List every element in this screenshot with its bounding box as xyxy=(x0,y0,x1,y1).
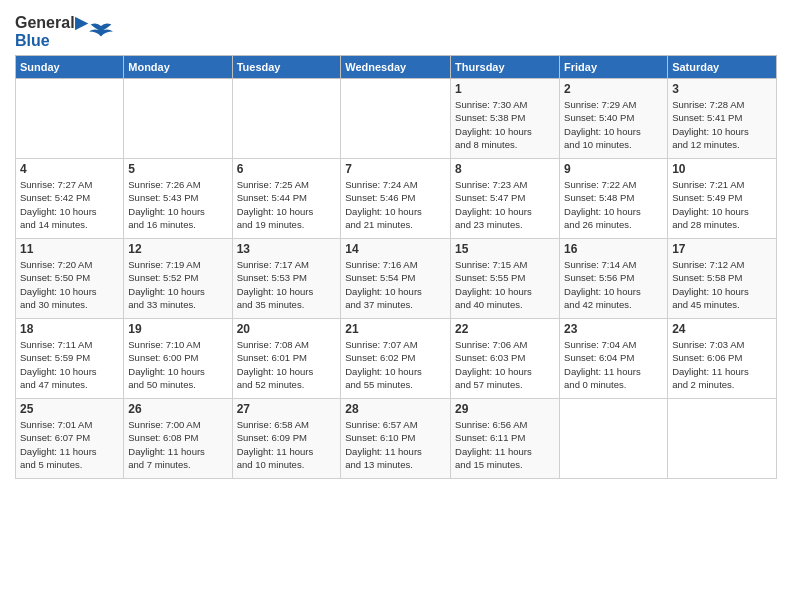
calendar-cell: 15Sunrise: 7:15 AM Sunset: 5:55 PM Dayli… xyxy=(451,239,560,319)
day-info: Sunrise: 7:11 AM Sunset: 5:59 PM Dayligh… xyxy=(20,338,119,391)
day-info: Sunrise: 7:19 AM Sunset: 5:52 PM Dayligh… xyxy=(128,258,227,311)
column-header-monday: Monday xyxy=(124,56,232,79)
column-header-saturday: Saturday xyxy=(668,56,777,79)
day-number: 9 xyxy=(564,162,663,176)
header: General▶ Blue xyxy=(15,10,777,49)
calendar-cell: 26Sunrise: 7:00 AM Sunset: 6:08 PM Dayli… xyxy=(124,399,232,479)
day-info: Sunrise: 7:29 AM Sunset: 5:40 PM Dayligh… xyxy=(564,98,663,151)
day-info: Sunrise: 7:07 AM Sunset: 6:02 PM Dayligh… xyxy=(345,338,446,391)
day-number: 27 xyxy=(237,402,337,416)
calendar-cell: 19Sunrise: 7:10 AM Sunset: 6:00 PM Dayli… xyxy=(124,319,232,399)
calendar-cell: 5Sunrise: 7:26 AM Sunset: 5:43 PM Daylig… xyxy=(124,159,232,239)
day-info: Sunrise: 7:21 AM Sunset: 5:49 PM Dayligh… xyxy=(672,178,772,231)
day-number: 2 xyxy=(564,82,663,96)
week-row-1: 1Sunrise: 7:30 AM Sunset: 5:38 PM Daylig… xyxy=(16,79,777,159)
calendar-cell: 24Sunrise: 7:03 AM Sunset: 6:06 PM Dayli… xyxy=(668,319,777,399)
day-info: Sunrise: 7:26 AM Sunset: 5:43 PM Dayligh… xyxy=(128,178,227,231)
calendar-table: SundayMondayTuesdayWednesdayThursdayFrid… xyxy=(15,55,777,479)
calendar-cell: 7Sunrise: 7:24 AM Sunset: 5:46 PM Daylig… xyxy=(341,159,451,239)
calendar-cell: 4Sunrise: 7:27 AM Sunset: 5:42 PM Daylig… xyxy=(16,159,124,239)
calendar-cell: 25Sunrise: 7:01 AM Sunset: 6:07 PM Dayli… xyxy=(16,399,124,479)
day-number: 22 xyxy=(455,322,555,336)
day-info: Sunrise: 7:08 AM Sunset: 6:01 PM Dayligh… xyxy=(237,338,337,391)
calendar-cell: 3Sunrise: 7:28 AM Sunset: 5:41 PM Daylig… xyxy=(668,79,777,159)
calendar-cell: 12Sunrise: 7:19 AM Sunset: 5:52 PM Dayli… xyxy=(124,239,232,319)
day-number: 18 xyxy=(20,322,119,336)
day-info: Sunrise: 7:15 AM Sunset: 5:55 PM Dayligh… xyxy=(455,258,555,311)
column-header-thursday: Thursday xyxy=(451,56,560,79)
column-header-tuesday: Tuesday xyxy=(232,56,341,79)
calendar-cell xyxy=(341,79,451,159)
calendar-cell: 27Sunrise: 6:58 AM Sunset: 6:09 PM Dayli… xyxy=(232,399,341,479)
day-info: Sunrise: 7:06 AM Sunset: 6:03 PM Dayligh… xyxy=(455,338,555,391)
calendar-cell: 18Sunrise: 7:11 AM Sunset: 5:59 PM Dayli… xyxy=(16,319,124,399)
day-number: 15 xyxy=(455,242,555,256)
day-info: Sunrise: 7:10 AM Sunset: 6:00 PM Dayligh… xyxy=(128,338,227,391)
day-info: Sunrise: 7:23 AM Sunset: 5:47 PM Dayligh… xyxy=(455,178,555,231)
day-info: Sunrise: 6:56 AM Sunset: 6:11 PM Dayligh… xyxy=(455,418,555,471)
day-info: Sunrise: 7:30 AM Sunset: 5:38 PM Dayligh… xyxy=(455,98,555,151)
day-number: 6 xyxy=(237,162,337,176)
logo: General▶ Blue xyxy=(15,14,113,49)
column-header-wednesday: Wednesday xyxy=(341,56,451,79)
day-number: 5 xyxy=(128,162,227,176)
day-info: Sunrise: 7:22 AM Sunset: 5:48 PM Dayligh… xyxy=(564,178,663,231)
calendar-cell: 28Sunrise: 6:57 AM Sunset: 6:10 PM Dayli… xyxy=(341,399,451,479)
calendar-cell: 29Sunrise: 6:56 AM Sunset: 6:11 PM Dayli… xyxy=(451,399,560,479)
column-header-friday: Friday xyxy=(560,56,668,79)
calendar-cell: 9Sunrise: 7:22 AM Sunset: 5:48 PM Daylig… xyxy=(560,159,668,239)
day-number: 13 xyxy=(237,242,337,256)
day-info: Sunrise: 7:25 AM Sunset: 5:44 PM Dayligh… xyxy=(237,178,337,231)
week-row-2: 4Sunrise: 7:27 AM Sunset: 5:42 PM Daylig… xyxy=(16,159,777,239)
day-info: Sunrise: 7:16 AM Sunset: 5:54 PM Dayligh… xyxy=(345,258,446,311)
day-number: 24 xyxy=(672,322,772,336)
calendar-cell xyxy=(668,399,777,479)
calendar-cell: 2Sunrise: 7:29 AM Sunset: 5:40 PM Daylig… xyxy=(560,79,668,159)
day-number: 10 xyxy=(672,162,772,176)
calendar-cell xyxy=(124,79,232,159)
header-row: SundayMondayTuesdayWednesdayThursdayFrid… xyxy=(16,56,777,79)
calendar-cell: 8Sunrise: 7:23 AM Sunset: 5:47 PM Daylig… xyxy=(451,159,560,239)
calendar-cell: 1Sunrise: 7:30 AM Sunset: 5:38 PM Daylig… xyxy=(451,79,560,159)
calendar-cell: 13Sunrise: 7:17 AM Sunset: 5:53 PM Dayli… xyxy=(232,239,341,319)
day-info: Sunrise: 6:58 AM Sunset: 6:09 PM Dayligh… xyxy=(237,418,337,471)
calendar-cell xyxy=(232,79,341,159)
day-info: Sunrise: 7:14 AM Sunset: 5:56 PM Dayligh… xyxy=(564,258,663,311)
day-info: Sunrise: 7:00 AM Sunset: 6:08 PM Dayligh… xyxy=(128,418,227,471)
day-number: 17 xyxy=(672,242,772,256)
day-number: 1 xyxy=(455,82,555,96)
calendar-cell: 20Sunrise: 7:08 AM Sunset: 6:01 PM Dayli… xyxy=(232,319,341,399)
day-number: 11 xyxy=(20,242,119,256)
day-info: Sunrise: 7:04 AM Sunset: 6:04 PM Dayligh… xyxy=(564,338,663,391)
calendar-cell: 14Sunrise: 7:16 AM Sunset: 5:54 PM Dayli… xyxy=(341,239,451,319)
column-header-sunday: Sunday xyxy=(16,56,124,79)
day-number: 26 xyxy=(128,402,227,416)
main-container: General▶ Blue SundayMondayTuesdayWednesd… xyxy=(0,0,792,489)
day-number: 25 xyxy=(20,402,119,416)
day-info: Sunrise: 7:20 AM Sunset: 5:50 PM Dayligh… xyxy=(20,258,119,311)
day-info: Sunrise: 7:17 AM Sunset: 5:53 PM Dayligh… xyxy=(237,258,337,311)
day-info: Sunrise: 6:57 AM Sunset: 6:10 PM Dayligh… xyxy=(345,418,446,471)
day-number: 3 xyxy=(672,82,772,96)
day-number: 28 xyxy=(345,402,446,416)
day-info: Sunrise: 7:27 AM Sunset: 5:42 PM Dayligh… xyxy=(20,178,119,231)
calendar-cell: 22Sunrise: 7:06 AM Sunset: 6:03 PM Dayli… xyxy=(451,319,560,399)
day-number: 12 xyxy=(128,242,227,256)
day-number: 19 xyxy=(128,322,227,336)
day-number: 16 xyxy=(564,242,663,256)
calendar-cell: 17Sunrise: 7:12 AM Sunset: 5:58 PM Dayli… xyxy=(668,239,777,319)
week-row-3: 11Sunrise: 7:20 AM Sunset: 5:50 PM Dayli… xyxy=(16,239,777,319)
day-number: 21 xyxy=(345,322,446,336)
day-number: 23 xyxy=(564,322,663,336)
day-number: 4 xyxy=(20,162,119,176)
calendar-cell: 16Sunrise: 7:14 AM Sunset: 5:56 PM Dayli… xyxy=(560,239,668,319)
week-row-4: 18Sunrise: 7:11 AM Sunset: 5:59 PM Dayli… xyxy=(16,319,777,399)
day-info: Sunrise: 7:03 AM Sunset: 6:06 PM Dayligh… xyxy=(672,338,772,391)
day-number: 14 xyxy=(345,242,446,256)
day-info: Sunrise: 7:12 AM Sunset: 5:58 PM Dayligh… xyxy=(672,258,772,311)
day-number: 8 xyxy=(455,162,555,176)
calendar-cell xyxy=(16,79,124,159)
day-info: Sunrise: 7:28 AM Sunset: 5:41 PM Dayligh… xyxy=(672,98,772,151)
day-number: 20 xyxy=(237,322,337,336)
calendar-cell: 6Sunrise: 7:25 AM Sunset: 5:44 PM Daylig… xyxy=(232,159,341,239)
